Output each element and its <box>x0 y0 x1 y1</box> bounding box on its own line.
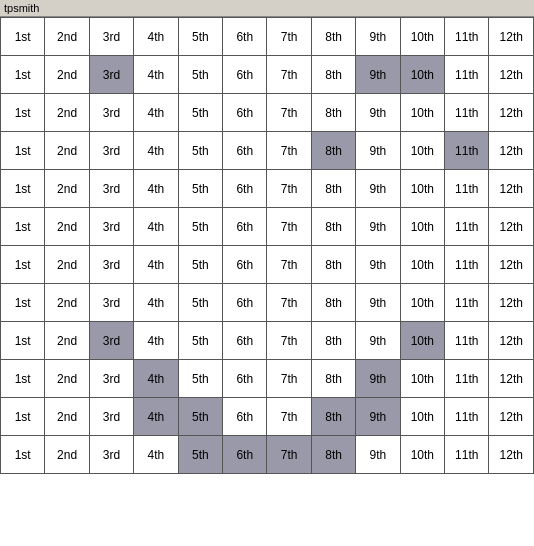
table-cell: 2nd <box>45 436 89 474</box>
table-cell: 3rd <box>89 322 133 360</box>
table-cell: 7th <box>267 170 311 208</box>
table-cell: 10th <box>400 436 444 474</box>
table-cell: 10th <box>400 284 444 322</box>
table-cell: 11th <box>445 322 489 360</box>
table-cell: 10th <box>400 170 444 208</box>
table-cell: 7th <box>267 398 311 436</box>
table-cell: 2nd <box>45 360 89 398</box>
table-cell: 1st <box>1 284 45 322</box>
table-cell: 8th <box>311 436 355 474</box>
table-cell: 8th <box>311 398 355 436</box>
table-cell: 5th <box>178 170 222 208</box>
table-cell: 12th <box>489 360 534 398</box>
table-cell: 7th <box>267 322 311 360</box>
table-cell: 12th <box>489 436 534 474</box>
table-row: 1st2nd3rd4th5th6th7th8th9th10th11th12th <box>1 398 534 436</box>
table-cell: 6th <box>223 436 267 474</box>
table-cell: 4th <box>134 360 178 398</box>
table-cell: 5th <box>178 436 222 474</box>
table-cell: 5th <box>178 208 222 246</box>
table-cell: 4th <box>134 246 178 284</box>
table-cell: 6th <box>223 360 267 398</box>
table-cell: 9th <box>356 132 400 170</box>
table-cell: 5th <box>178 322 222 360</box>
table-cell: 6th <box>223 56 267 94</box>
table-cell: 10th <box>400 398 444 436</box>
table-cell: 10th <box>400 360 444 398</box>
table-cell: 4th <box>134 398 178 436</box>
table-cell: 8th <box>311 132 355 170</box>
table-cell: 12th <box>489 284 534 322</box>
table-cell: 3rd <box>89 170 133 208</box>
table-cell: 6th <box>223 18 267 56</box>
table-cell: 1st <box>1 18 45 56</box>
table-cell: 1st <box>1 322 45 360</box>
table-cell: 8th <box>311 18 355 56</box>
table-cell: 2nd <box>45 208 89 246</box>
table-cell: 11th <box>445 18 489 56</box>
table-cell: 8th <box>311 208 355 246</box>
table-cell: 9th <box>356 170 400 208</box>
table-cell: 9th <box>356 94 400 132</box>
table-cell: 10th <box>400 94 444 132</box>
table-cell: 8th <box>311 56 355 94</box>
table-cell: 3rd <box>89 132 133 170</box>
table-cell: 2nd <box>45 56 89 94</box>
table-cell: 11th <box>445 398 489 436</box>
table-cell: 5th <box>178 18 222 56</box>
table-row: 1st2nd3rd4th5th6th7th8th9th10th11th12th <box>1 56 534 94</box>
table-cell: 12th <box>489 18 534 56</box>
table-cell: 4th <box>134 322 178 360</box>
table-cell: 12th <box>489 246 534 284</box>
table-cell: 10th <box>400 322 444 360</box>
table-cell: 9th <box>356 360 400 398</box>
table-cell: 2nd <box>45 398 89 436</box>
table-cell: 4th <box>134 56 178 94</box>
table-cell: 11th <box>445 132 489 170</box>
table-cell: 11th <box>445 94 489 132</box>
table-cell: 4th <box>134 18 178 56</box>
table-cell: 2nd <box>45 18 89 56</box>
table-cell: 6th <box>223 132 267 170</box>
table-row: 1st2nd3rd4th5th6th7th8th9th10th11th12th <box>1 18 534 56</box>
table-cell: 8th <box>311 322 355 360</box>
table-cell: 6th <box>223 246 267 284</box>
table-cell: 11th <box>445 436 489 474</box>
table-cell: 7th <box>267 360 311 398</box>
table-cell: 12th <box>489 398 534 436</box>
table-cell: 6th <box>223 94 267 132</box>
table-cell: 8th <box>311 94 355 132</box>
table-cell: 9th <box>356 284 400 322</box>
table-cell: 7th <box>267 56 311 94</box>
table-cell: 6th <box>223 208 267 246</box>
table-row: 1st2nd3rd4th5th6th7th8th9th10th11th12th <box>1 284 534 322</box>
table-cell: 1st <box>1 56 45 94</box>
table-cell: 5th <box>178 246 222 284</box>
table-cell: 2nd <box>45 94 89 132</box>
table-cell: 12th <box>489 208 534 246</box>
table-cell: 1st <box>1 208 45 246</box>
table-cell: 4th <box>134 284 178 322</box>
table-cell: 12th <box>489 56 534 94</box>
table-cell: 7th <box>267 208 311 246</box>
table-cell: 6th <box>223 322 267 360</box>
table-cell: 5th <box>178 284 222 322</box>
table-cell: 9th <box>356 398 400 436</box>
table-cell: 1st <box>1 436 45 474</box>
table-cell: 1st <box>1 94 45 132</box>
table-cell: 1st <box>1 360 45 398</box>
table-cell: 3rd <box>89 398 133 436</box>
table-cell: 3rd <box>89 94 133 132</box>
table-cell: 2nd <box>45 132 89 170</box>
position-table: 1st2nd3rd4th5th6th7th8th9th10th11th12th1… <box>0 17 534 474</box>
table-cell: 7th <box>267 18 311 56</box>
table-cell: 12th <box>489 170 534 208</box>
table-cell: 9th <box>356 436 400 474</box>
table-cell: 10th <box>400 208 444 246</box>
table-cell: 2nd <box>45 170 89 208</box>
table-cell: 5th <box>178 94 222 132</box>
table-cell: 6th <box>223 398 267 436</box>
table-cell: 5th <box>178 360 222 398</box>
table-row: 1st2nd3rd4th5th6th7th8th9th10th11th12th <box>1 436 534 474</box>
table-cell: 8th <box>311 360 355 398</box>
